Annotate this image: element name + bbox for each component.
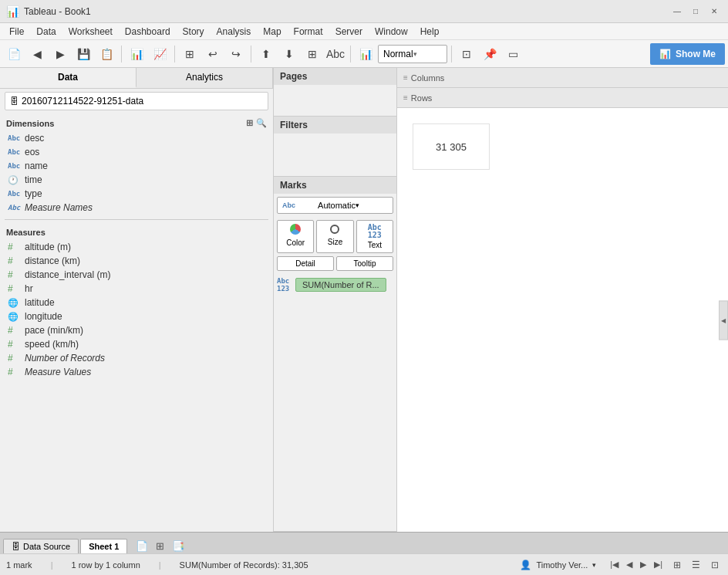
data-source-item[interactable]: 🗄 20160712114522-91251-data: [5, 92, 268, 110]
nav-prev-button[interactable]: ◀: [623, 558, 635, 571]
hash-icon-1: #: [8, 242, 22, 252]
abc-icon-4: Abc: [8, 190, 22, 198]
field-desc[interactable]: Abc desc: [5, 131, 268, 145]
menu-file[interactable]: File: [3, 25, 30, 39]
toolbar-mark-type-dropdown[interactable]: Normal ▾: [378, 45, 447, 63]
toolbar-presentation-button[interactable]: ▭: [502, 43, 524, 65]
minimize-button[interactable]: —: [669, 4, 685, 19]
tab-analytics[interactable]: Analytics: [136, 68, 273, 88]
field-measure-names[interactable]: Abc Measure Names: [5, 201, 268, 215]
columns-shelf[interactable]: ≡ Columns: [397, 68, 728, 88]
tab-data[interactable]: Data: [0, 68, 136, 88]
menu-worksheet[interactable]: Worksheet: [62, 25, 119, 39]
toolbar-mark-type-label: Normal: [383, 49, 413, 59]
field-type[interactable]: Abc type: [5, 187, 268, 201]
menu-dashboard[interactable]: Dashboard: [119, 25, 177, 39]
menu-analysis[interactable]: Analysis: [211, 25, 258, 39]
field-measure-values[interactable]: # Measure Values: [5, 365, 268, 379]
detail-button[interactable]: Detail: [277, 256, 334, 271]
close-button[interactable]: ✕: [706, 4, 722, 19]
rows-shelf[interactable]: ≡ Rows: [397, 88, 728, 108]
canvas-view[interactable]: 31 305 ◀: [397, 108, 728, 532]
size-button[interactable]: Size: [316, 220, 353, 253]
field-distance[interactable]: # distance (km): [5, 254, 268, 268]
menu-map[interactable]: Map: [257, 25, 287, 39]
field-number-of-records[interactable]: # Number of Records: [5, 351, 268, 365]
toolbar-undo-button[interactable]: ↩: [202, 43, 224, 65]
abc-icon-3: Abc: [8, 162, 22, 170]
field-time[interactable]: 🕐 time: [5, 173, 268, 187]
dimensions-icons: ⊞ 🔍: [246, 118, 267, 128]
dimensions-search-icon[interactable]: 🔍: [256, 118, 267, 128]
text-label: Text: [368, 241, 382, 249]
field-measure-names-label: Measure Names: [25, 202, 93, 213]
tooltip-button[interactable]: Tooltip: [336, 256, 393, 271]
nav-expand-icon[interactable]: ⊡: [708, 558, 722, 572]
toolbar-new-button[interactable]: 📄: [3, 43, 25, 65]
toolbar-data-button[interactable]: ⊞: [179, 43, 201, 65]
toolbar-save-button[interactable]: 💾: [72, 43, 94, 65]
toolbar-fit-button[interactable]: ⊡: [456, 43, 477, 65]
color-button[interactable]: Color: [277, 220, 314, 253]
marks-type-dropdown[interactable]: Abc Automatic ▾: [277, 197, 393, 214]
color-icon: [290, 224, 301, 237]
new-dashboard-icon[interactable]: ⊞: [153, 539, 167, 553]
field-longitude[interactable]: 🌐 longitude: [5, 309, 268, 323]
field-pace-label: pace (min/km): [25, 325, 83, 336]
marks-header: Marks: [274, 177, 396, 194]
filters-body[interactable]: [274, 134, 396, 176]
field-hr[interactable]: # hr: [5, 282, 268, 296]
app-icon: 📊: [6, 5, 19, 18]
toolbar-fix-button[interactable]: 📌: [479, 43, 501, 65]
dimensions-grid-icon[interactable]: ⊞: [246, 118, 253, 128]
show-me-button[interactable]: 📊 Show Me: [650, 43, 725, 65]
menu-window[interactable]: Window: [369, 25, 414, 39]
menu-server[interactable]: Server: [329, 25, 369, 39]
menu-help[interactable]: Help: [414, 25, 446, 39]
field-eos[interactable]: Abc eos: [5, 145, 268, 159]
toolbar-label-button[interactable]: Abc: [325, 43, 346, 65]
field-pace[interactable]: # pace (min/km): [5, 323, 268, 337]
field-speed[interactable]: # speed (km/h): [5, 337, 268, 351]
toolbar-chart2-button[interactable]: 📈: [149, 43, 170, 65]
nav-first-button[interactable]: |◀: [607, 558, 622, 571]
abc-icon-2: Abc: [8, 148, 22, 156]
field-name-label: name: [25, 161, 48, 171]
dimensions-header: Dimensions ⊞ 🔍: [5, 115, 268, 131]
new-sheet-icon[interactable]: 📄: [133, 539, 150, 553]
columns-label: Columns: [411, 73, 456, 83]
sum-records-pill[interactable]: SUM(Number of R...: [295, 278, 386, 292]
toolbar-duplicate-button[interactable]: 📋: [96, 43, 117, 65]
canvas-wrapper: ≡ Columns ≡ Rows 31 305 ◀: [397, 68, 728, 532]
tab-sheet1[interactable]: Sheet 1: [80, 539, 127, 553]
menu-data[interactable]: Data: [30, 25, 62, 39]
nav-list-icon[interactable]: ☰: [689, 558, 703, 572]
toolbar-sort-asc-button[interactable]: ⬆: [255, 43, 277, 65]
menu-story[interactable]: Story: [177, 25, 211, 39]
toolbar-sort-desc-button[interactable]: ⬇: [278, 43, 300, 65]
status-nav: |◀ ◀ ▶ ▶|: [607, 558, 666, 571]
field-distance-interval[interactable]: # distance_interval (m): [5, 268, 268, 282]
maximize-button[interactable]: □: [688, 4, 703, 19]
field-name[interactable]: Abc name: [5, 159, 268, 173]
nav-last-button[interactable]: ▶|: [651, 558, 666, 571]
tab-data-source[interactable]: 🗄 Data Source: [3, 539, 79, 553]
nav-grid-icon[interactable]: ⊞: [670, 558, 684, 572]
toolbar-back-button[interactable]: ◀: [26, 43, 48, 65]
pages-body[interactable]: [274, 85, 396, 116]
toolbar-redo-button[interactable]: ↪: [225, 43, 247, 65]
left-panel: Data Analytics 🗄 20160712114522-91251-da…: [0, 68, 274, 532]
toolbar-forward-button[interactable]: ▶: [49, 43, 71, 65]
marks-abc-icon: Abc: [282, 201, 315, 209]
toolbar-group-button[interactable]: ⊞: [302, 43, 323, 65]
nav-next-button[interactable]: ▶: [637, 558, 649, 571]
toolbar-bar-chart-button[interactable]: 📊: [355, 43, 376, 65]
status-sum: SUM(Number of Records): 31,305: [180, 560, 308, 570]
new-story-icon[interactable]: 📑: [170, 539, 187, 553]
menu-format[interactable]: Format: [288, 25, 329, 39]
right-expand-tab[interactable]: ◀: [719, 300, 728, 340]
text-button[interactable]: Abc123 Text: [356, 220, 393, 253]
toolbar-chart-button[interactable]: 📊: [126, 43, 147, 65]
field-altitude[interactable]: # altitude (m): [5, 240, 268, 254]
field-latitude[interactable]: 🌐 latitude: [5, 296, 268, 309]
